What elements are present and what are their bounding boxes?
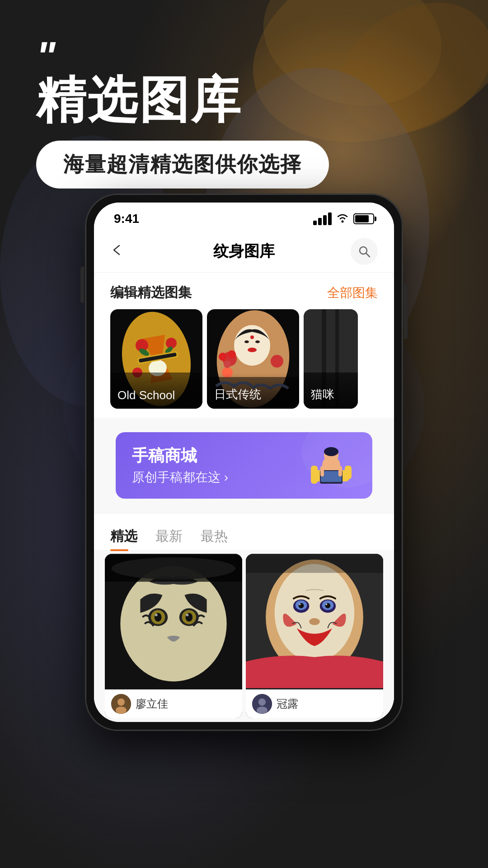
svg-point-56 (155, 613, 158, 616)
svg-point-29 (219, 353, 227, 361)
svg-rect-39 (311, 466, 318, 484)
svg-point-43 (324, 447, 338, 456)
status-time: 9:41 (114, 212, 139, 226)
gallery-cards-row: Old School (94, 309, 394, 418)
tab-section: 精选 最新 最热 (94, 513, 394, 550)
svg-rect-75 (246, 555, 383, 573)
svg-point-23 (255, 340, 260, 343)
image-grid: 廖立佳 (94, 550, 394, 722)
svg-rect-40 (345, 466, 352, 479)
subtitle-text: 海量超清精选图供你选择 (63, 152, 302, 176)
gallery-card-japanese[interactable]: 日式传统 (207, 309, 299, 409)
section-title: 编辑精选图集 (110, 283, 192, 302)
svg-point-31 (224, 361, 231, 368)
gallery-section: 编辑精选图集 全部图集 (94, 273, 394, 418)
svg-point-62 (116, 707, 127, 714)
banner-illustration (306, 445, 356, 486)
svg-point-27 (271, 355, 283, 368)
image-card-tiger[interactable]: 廖立佳 (105, 554, 242, 718)
quote-marks: " (36, 36, 329, 77)
signal-icon (313, 212, 332, 225)
phone-container: 9:41 (86, 194, 402, 730)
svg-point-6 (342, 220, 344, 222)
card-label-cats: 猫咪 (304, 373, 358, 409)
all-albums-link[interactable]: 全部图集 (327, 284, 378, 302)
tiger-image (105, 554, 242, 689)
svg-point-78 (257, 707, 267, 714)
status-bar: 9:41 (94, 203, 394, 231)
card-label-old-school: Old School (110, 375, 202, 409)
tab-latest[interactable]: 最新 (155, 523, 183, 550)
tab-bar: 精选 最新 最热 (94, 513, 394, 550)
user-name-2: 冠露 (277, 697, 298, 711)
tab-hottest[interactable]: 最热 (201, 523, 228, 550)
back-button[interactable] (110, 242, 137, 261)
user-avatar-1 (111, 694, 131, 714)
svg-point-22 (244, 340, 249, 343)
svg-line-8 (366, 253, 370, 257)
svg-point-72 (299, 604, 301, 605)
main-title: 精选图库 (36, 72, 329, 127)
svg-point-25 (250, 335, 254, 339)
search-button[interactable] (351, 238, 378, 265)
nav-title: 纹身图库 (213, 241, 275, 262)
user-name-1: 廖立佳 (136, 697, 168, 711)
joker-image (246, 554, 383, 689)
card-label-japanese: 日式传统 (207, 373, 299, 409)
svg-point-73 (326, 604, 328, 605)
promo-section: 手稿商城 原创手稿都在这 › (94, 418, 394, 513)
subtitle-pill: 海量超清精选图供你选择 (36, 141, 329, 189)
nav-bar: 纹身图库 (94, 231, 394, 273)
wifi-icon (336, 212, 349, 226)
svg-point-61 (117, 698, 125, 706)
user-avatar-2 (252, 694, 272, 714)
phone-screen: 9:41 (94, 203, 394, 722)
section-header: 编辑精选图集 全部图集 (94, 273, 394, 309)
gallery-card-old-school[interactable]: Old School (110, 309, 202, 409)
battery-icon (353, 213, 374, 224)
svg-point-74 (309, 618, 320, 625)
image-card-joker[interactable]: 冠露 (246, 554, 383, 718)
svg-point-57 (186, 613, 188, 616)
tab-featured[interactable]: 精选 (110, 523, 137, 550)
svg-point-65 (275, 564, 355, 662)
svg-point-77 (258, 698, 266, 706)
promo-banner[interactable]: 手稿商城 原创手稿都在这 › (116, 432, 372, 499)
status-icons (313, 212, 374, 226)
svg-point-24 (248, 348, 257, 352)
phone-frame: 9:41 (86, 194, 402, 730)
gallery-card-cats[interactable]: 猫咪 (304, 309, 358, 409)
user-info-joker: 冠露 (246, 689, 383, 718)
header-section: " 精选图库 海量超清精选图供你选择 (36, 36, 329, 189)
svg-point-30 (228, 350, 236, 359)
svg-point-59 (112, 557, 236, 580)
user-info-tiger: 廖立佳 (105, 689, 242, 718)
